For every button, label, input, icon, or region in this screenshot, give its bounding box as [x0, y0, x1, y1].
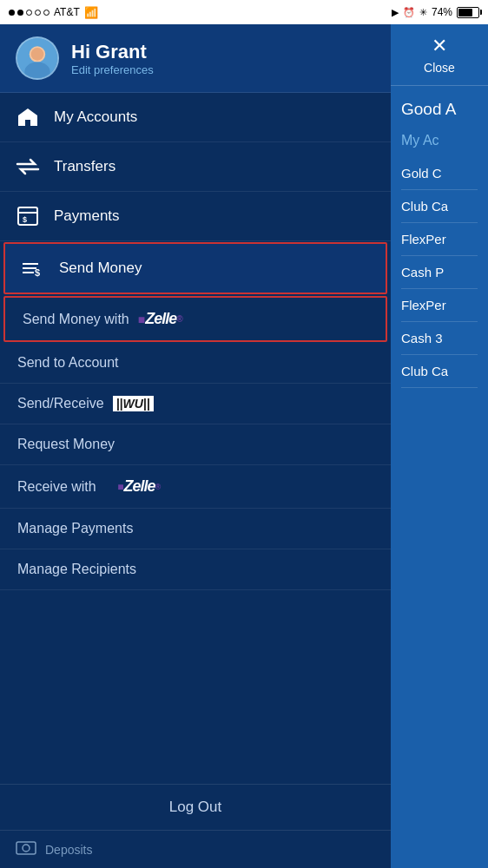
- main-container: Hi Grant Edit preferences My Accounts Tr…: [0, 24, 488, 868]
- status-right: ▶ ⏰ ✳ 74%: [392, 6, 479, 18]
- drawer-header[interactable]: Hi Grant Edit preferences: [0, 24, 391, 93]
- nav-item-transfers[interactable]: Transfers: [0, 142, 391, 192]
- svg-text:$: $: [35, 267, 40, 278]
- drawer-menu: Hi Grant Edit preferences My Accounts Tr…: [0, 24, 391, 868]
- right-greeting: Good A: [401, 100, 478, 119]
- sub-item-send-to-account[interactable]: Send to Account: [0, 343, 391, 384]
- account-item-6[interactable]: Club Ca: [401, 355, 478, 388]
- sub-item-receive-zelle[interactable]: Receive with ■Zelle®: [0, 465, 391, 509]
- edit-preferences-link[interactable]: Edit preferences: [71, 63, 154, 76]
- svg-point-3: [31, 48, 44, 61]
- request-money-label: Request Money: [17, 437, 115, 452]
- send-money-zelle-text: Send Money with: [23, 312, 129, 327]
- sub-item-send-money-zelle[interactable]: Send Money with ■Zelle®: [3, 296, 387, 342]
- account-item-5[interactable]: Cash 3: [401, 322, 478, 355]
- carrier-label: AT&T: [54, 6, 80, 18]
- bluetooth-icon: ✳: [419, 7, 427, 18]
- sub-item-manage-payments[interactable]: Manage Payments: [0, 509, 391, 549]
- battery-percent: 74%: [432, 6, 452, 18]
- send-to-account-label: Send to Account: [17, 355, 119, 371]
- house-icon: [16, 105, 40, 129]
- nav-item-my-accounts[interactable]: My Accounts: [0, 93, 391, 142]
- deposits-label: Deposits: [45, 843, 92, 857]
- logout-label: Log Out: [169, 799, 222, 815]
- sub-item-send-receive-wu[interactable]: Send/Receive ||WU||: [0, 384, 391, 424]
- deposits-bar[interactable]: Deposits: [0, 830, 391, 868]
- signal-dots: [9, 10, 49, 16]
- wu-logo: ||WU||: [113, 396, 154, 411]
- transfers-icon: [16, 155, 40, 179]
- transfers-label: Transfers: [54, 158, 115, 175]
- manage-payments-label: Manage Payments: [17, 521, 133, 536]
- send-receive-label: Send/Receive: [17, 396, 104, 411]
- send-money-icon: $: [21, 256, 45, 280]
- sub-item-request-money[interactable]: Request Money: [0, 424, 391, 465]
- svg-text:$: $: [23, 215, 27, 224]
- close-button[interactable]: ✕: [432, 35, 447, 57]
- right-panel-header: ✕ Close: [391, 24, 488, 86]
- account-item-2[interactable]: FlexPer: [401, 223, 478, 256]
- battery-fill: [458, 9, 472, 16]
- svg-rect-4: [25, 120, 30, 126]
- close-label: Close: [424, 61, 455, 75]
- greeting-text: Hi Grant: [71, 41, 154, 63]
- svg-point-13: [23, 845, 30, 852]
- sub-item-manage-recipients[interactable]: Manage Recipients: [0, 549, 391, 590]
- my-accounts-label: My Accounts: [54, 108, 137, 126]
- right-panel-content: Good A My Ac Gold C Club Ca FlexPer Cash…: [391, 86, 488, 868]
- my-accounts-title: My Ac: [401, 133, 478, 148]
- svg-rect-12: [16, 842, 36, 854]
- account-item-4[interactable]: FlexPer: [401, 289, 478, 322]
- wifi-icon: 📶: [84, 6, 98, 19]
- account-item-0[interactable]: Gold C: [401, 157, 478, 190]
- battery-icon: [457, 7, 479, 18]
- deposits-icon: [16, 839, 36, 859]
- payments-label: Payments: [54, 207, 120, 225]
- status-left: AT&T 📶: [9, 6, 98, 19]
- svg-rect-5: [18, 207, 37, 225]
- account-item-1[interactable]: Club Ca: [401, 190, 478, 223]
- send-money-label: Send Money: [59, 260, 142, 277]
- account-item-3[interactable]: Cash P: [401, 256, 478, 289]
- nav-item-send-money[interactable]: $ Send Money: [3, 242, 387, 294]
- location-icon: ▶: [392, 7, 399, 18]
- status-bar: AT&T 📶 ▶ ⏰ ✳ 74%: [0, 0, 488, 24]
- right-panel: ✕ Close Good A My Ac Gold C Club Ca Flex…: [391, 24, 488, 868]
- header-text: Hi Grant Edit preferences: [71, 41, 154, 76]
- zelle-logo: ■Zelle®: [138, 310, 182, 328]
- payments-icon: $: [16, 204, 40, 228]
- avatar: [16, 36, 59, 80]
- manage-recipients-label: Manage Recipients: [17, 562, 136, 577]
- alarm-icon: ⏰: [403, 7, 415, 18]
- logout-button[interactable]: Log Out: [0, 784, 391, 830]
- zelle-logo-receive: ■Zelle®: [117, 477, 160, 496]
- receive-zelle-text: Receive with: [17, 479, 96, 495]
- nav-item-payments[interactable]: $ Payments: [0, 192, 391, 241]
